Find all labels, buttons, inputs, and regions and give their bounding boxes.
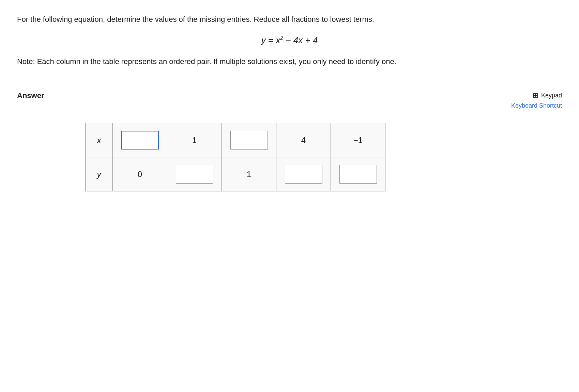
table-cell-y1: 0 [113, 157, 167, 191]
x-row: x 1 4 −1 [86, 123, 385, 157]
answer-table-container: x 1 4 −1 y 0 [85, 123, 562, 191]
keypad-area: ⊞ Keypad Keyboard Shortcut [511, 91, 562, 109]
x-input-3[interactable] [230, 131, 268, 150]
table-cell-x4: 4 [276, 123, 331, 157]
table-cell-x3[interactable] [222, 123, 276, 157]
x-row-header: x [86, 123, 113, 157]
equation-text: y = x2 − 4x + 4 [261, 35, 318, 45]
table-cell-y4[interactable] [276, 157, 331, 191]
x-input-1[interactable] [121, 131, 159, 150]
keypad-icon: ⊞ [533, 91, 538, 99]
table-cell-y5[interactable] [331, 157, 385, 191]
y-input-2[interactable] [176, 165, 213, 184]
y-row: y 0 1 [86, 157, 385, 191]
table-cell-x2: 1 [167, 123, 222, 157]
y-input-4[interactable] [285, 165, 322, 184]
keypad-button[interactable]: ⊞ Keypad [533, 91, 562, 99]
answer-table: x 1 4 −1 y 0 [85, 123, 385, 191]
note-text: Note: Each column in the table represent… [17, 56, 562, 67]
y-row-header: y [86, 157, 113, 191]
table-cell-x1[interactable] [113, 123, 167, 157]
y-input-5[interactable] [339, 165, 377, 184]
table-cell-y3: 1 [222, 157, 276, 191]
table-cell-y2[interactable] [167, 157, 222, 191]
page-container: For the following equation, determine th… [0, 0, 579, 205]
answer-section: Answer ⊞ Keypad Keyboard Shortcut [17, 91, 562, 109]
instruction-text: For the following equation, determine th… [17, 14, 562, 25]
keyboard-shortcut-link[interactable]: Keyboard Shortcut [511, 102, 562, 109]
table-cell-x5: −1 [331, 123, 385, 157]
section-divider [17, 81, 562, 81]
keypad-label: Keypad [541, 92, 562, 99]
equation-display: y = x2 − 4x + 4 [17, 35, 562, 46]
answer-label: Answer [17, 91, 44, 100]
